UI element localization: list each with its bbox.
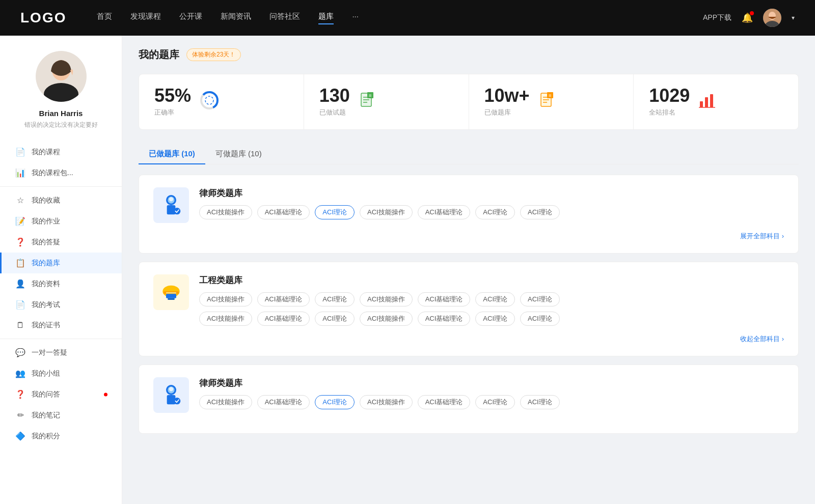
tag[interactable]: ACI理论 xyxy=(475,205,515,219)
group-icon: 👥 xyxy=(15,369,25,378)
sidebar-item-my-cert[interactable]: 🗒 我的证书 xyxy=(0,315,122,335)
tag[interactable]: ACI理论 xyxy=(520,292,560,306)
nav-qbank[interactable]: 题库 xyxy=(318,12,334,24)
tag[interactable]: ACI技能操作 xyxy=(360,292,413,306)
tag[interactable]: ACI理论 xyxy=(475,312,515,326)
sidebar-label: 我的考试 xyxy=(32,300,60,310)
sidebar-item-my-exam[interactable]: 📄 我的考试 xyxy=(0,294,122,315)
nav-links: 首页 发现课程 公开课 新闻资讯 问答社区 题库 ··· xyxy=(97,12,703,24)
page-body: Brian Harris 错误的决定比没有决定要好 📄 我的课程 📊 我的课程包… xyxy=(0,0,815,504)
one-on-one-icon: 💬 xyxy=(15,348,25,357)
main-content: 我的题库 体验剩余23天！ 55% 正确率 xyxy=(122,36,815,504)
tag[interactable]: ACI技能操作 xyxy=(199,292,252,306)
sidebar-label: 我的笔记 xyxy=(32,411,60,420)
tab-done-banks[interactable]: 已做题库 (10) xyxy=(139,144,205,164)
sidebar-item-my-course-pack[interactable]: 📊 我的课程包... xyxy=(0,162,122,183)
app-download-button[interactable]: APP下载 xyxy=(703,13,731,22)
sidebar-label: 我的积分 xyxy=(32,432,60,441)
tag[interactable]: ACI基础理论 xyxy=(418,292,471,306)
sidebar-avatar xyxy=(36,51,87,102)
collapse-link-2[interactable]: 收起全部科目 › xyxy=(740,335,784,343)
sidebar-item-one-on-one[interactable]: 💬 一对一答疑 xyxy=(0,342,122,363)
qbank-info-3: 律师类题库 ACI技能操作 ACI基础理论 ACI理论 ACI技能操作 ACI基… xyxy=(199,377,784,409)
sidebar-item-my-qa[interactable]: ❓ 我的答疑 xyxy=(0,232,122,253)
tag[interactable]: ACI基础理论 xyxy=(418,205,471,219)
tag[interactable]: ACI技能操作 xyxy=(360,205,413,219)
qbank-card-lawyer-2: 律师类题库 ACI技能操作 ACI基础理论 ACI理论 ACI技能操作 ACI基… xyxy=(139,365,799,434)
tag[interactable]: ACI技能操作 xyxy=(199,312,252,326)
stat-banks-value: 10w+ xyxy=(484,87,530,105)
sidebar: Brian Harris 错误的决定比没有决定要好 📄 我的课程 📊 我的课程包… xyxy=(0,36,122,504)
stat-accuracy-text: 55% 正确率 xyxy=(154,87,191,117)
user-menu-chevron-icon[interactable]: ▾ xyxy=(792,14,795,21)
sidebar-label: 我的资料 xyxy=(32,279,60,289)
notification-dot xyxy=(750,11,754,15)
tag[interactable]: ACI技能操作 xyxy=(199,205,252,219)
tag[interactable]: ACI基础理论 xyxy=(418,312,471,326)
tag[interactable]: ACI理论 xyxy=(475,395,515,409)
sidebar-item-my-points[interactable]: 🔷 我的积分 xyxy=(0,426,122,446)
nav-home[interactable]: 首页 xyxy=(97,12,112,24)
tag[interactable]: ACI理论 xyxy=(315,292,355,306)
svg-text:≡: ≡ xyxy=(369,93,372,98)
doc-green-icon: ≡ xyxy=(358,91,376,113)
qbank-footer-1: 展开全部科目 › xyxy=(153,231,784,241)
engineer-icon-wrap xyxy=(153,274,189,310)
sidebar-item-my-course[interactable]: 📄 我的课程 xyxy=(0,142,122,162)
user-avatar[interactable] xyxy=(763,9,781,27)
tag[interactable]: ACI基础理论 xyxy=(257,292,310,306)
stat-ranking: 1029 全站排名 xyxy=(634,74,798,129)
questions-dot xyxy=(104,393,107,396)
tab-available-banks[interactable]: 可做题库 (10) xyxy=(205,144,272,164)
course-icon: 📄 xyxy=(15,147,25,157)
sidebar-item-my-qbank[interactable]: 📋 我的题库 xyxy=(0,253,122,273)
svg-rect-34 xyxy=(166,292,176,294)
qbank-header-2: 工程类题库 ACI技能操作 ACI基础理论 ACI理论 ACI技能操作 ACI基… xyxy=(153,274,784,326)
svg-point-29 xyxy=(174,208,180,214)
stat-accuracy-value: 55% xyxy=(154,87,191,105)
notification-bell-icon[interactable]: 🔔 xyxy=(742,12,753,23)
svg-rect-33 xyxy=(168,298,174,300)
tag-active[interactable]: ACI理论 xyxy=(315,395,355,409)
sidebar-item-my-profile[interactable]: 👤 我的资料 xyxy=(0,273,122,294)
nav-open-course[interactable]: 公开课 xyxy=(179,12,202,24)
svg-rect-21 xyxy=(700,101,703,107)
tag[interactable]: ACI基础理论 xyxy=(257,395,310,409)
sidebar-item-my-homework[interactable]: 📝 我的作业 xyxy=(0,211,122,232)
expand-link-1[interactable]: 展开全部科目 › xyxy=(740,232,784,240)
tag[interactable]: ACI理论 xyxy=(520,312,560,326)
qbank-header-1: 律师类题库 ACI技能操作 ACI基础理论 ACI理论 ACI技能操作 ACI基… xyxy=(153,187,784,223)
tag[interactable]: ACI基础理论 xyxy=(257,205,310,219)
sidebar-item-my-group[interactable]: 👥 我的小组 xyxy=(0,363,122,384)
sidebar-item-my-questions[interactable]: ❓ 我的问答 xyxy=(0,384,122,405)
tag[interactable]: ACI基础理论 xyxy=(418,395,471,409)
tag[interactable]: ACI技能操作 xyxy=(199,395,252,409)
sidebar-label: 我的题库 xyxy=(32,259,60,268)
tag[interactable]: ACI理论 xyxy=(475,292,515,306)
cert-icon: 🗒 xyxy=(15,321,25,330)
sidebar-item-my-collection[interactable]: ☆ 我的收藏 xyxy=(0,190,122,211)
tag[interactable]: ACI理论 xyxy=(315,312,355,326)
tag[interactable]: ACI理论 xyxy=(520,395,560,409)
nav-news[interactable]: 新闻资讯 xyxy=(221,12,251,24)
qbank-title-3: 律师类题库 xyxy=(199,377,784,389)
tag[interactable]: ACI技能操作 xyxy=(360,395,413,409)
nav-more[interactable]: ··· xyxy=(352,12,359,24)
nav-discover[interactable]: 发现课程 xyxy=(130,12,161,24)
logo[interactable]: LOGO xyxy=(20,10,66,26)
tag[interactable]: ACI技能操作 xyxy=(360,312,413,326)
nav-qa[interactable]: 问答社区 xyxy=(269,12,300,24)
stat-done-text: 130 已做试题 xyxy=(319,87,350,117)
sidebar-label: 我的问答 xyxy=(32,390,60,399)
tag[interactable]: ACI理论 xyxy=(520,205,560,219)
tab-row: 已做题库 (10) 可做题库 (10) xyxy=(139,144,799,164)
stat-done-label: 已做试题 xyxy=(319,108,350,117)
lawyer-icon-wrap xyxy=(153,187,189,223)
trial-badge: 体验剩余23天！ xyxy=(186,48,241,61)
sidebar-item-my-notes[interactable]: ✏ 我的笔记 xyxy=(0,405,122,426)
tags-row-2a: ACI技能操作 ACI基础理论 ACI理论 ACI技能操作 ACI基础理论 AC… xyxy=(199,292,784,306)
tag[interactable]: ACI基础理论 xyxy=(257,312,310,326)
stat-done-banks: 10w+ 已做题库 ≡ xyxy=(469,74,634,129)
stat-done-value: 130 xyxy=(319,87,350,105)
tag-active[interactable]: ACI理论 xyxy=(315,205,355,219)
